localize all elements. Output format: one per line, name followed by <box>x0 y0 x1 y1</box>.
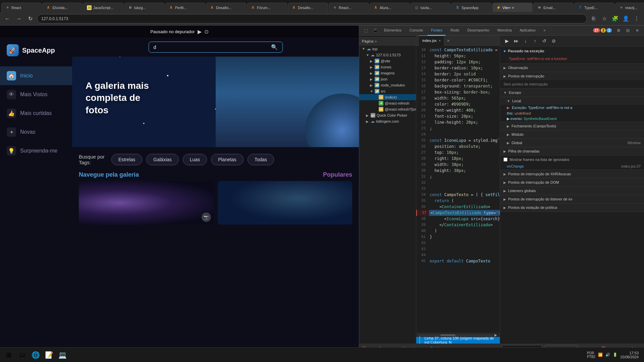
browser-tab-desafio2[interactable]: ADesafio... <box>288 3 328 12</box>
devtools-tab-elementos[interactable]: Elementos <box>381 25 405 36</box>
address-bar[interactable]: 127.0.0.1:5173 <box>37 14 587 23</box>
violation-header[interactable]: ▶ Pontos da violação de política <box>500 203 644 212</box>
forward-button[interactable]: → <box>14 14 23 23</box>
browser-tab-perfil[interactable]: APerfil... <box>165 3 205 12</box>
filetree-quick-color[interactable]: ▶ QC Quick Color Picker <box>359 112 416 118</box>
dom-header[interactable]: ▶ Pontos de interrupção de DOM <box>500 178 644 186</box>
filetree-vite[interactable]: ▶ 📁 @vite <box>359 58 416 64</box>
filetree-src[interactable]: ▼ 📁 src <box>359 88 416 94</box>
pause-play-btn[interactable]: ▶ <box>198 28 202 35</box>
screenshot-btn[interactable]: ⎘ <box>589 14 598 23</box>
dbg-stepinto-btn[interactable]: ↓ <box>522 37 530 45</box>
reload-button[interactable]: ↻ <box>25 14 35 23</box>
devtools-tab-fontes[interactable]: Fontes <box>428 25 446 36</box>
taskbar-terminal-btn[interactable]: 💻 <box>56 349 68 361</box>
taskbar-windows-btn[interactable]: ⊞ <box>3 349 15 361</box>
tag-todas[interactable]: Todas <box>248 154 274 165</box>
gallery-image-1[interactable]: 📷 <box>79 181 214 225</box>
devtools-tab-console[interactable]: Console <box>406 25 426 36</box>
show-frames-checkbox[interactable] <box>503 158 507 162</box>
browser-tab-react2[interactable]: ⚛React... <box>329 3 369 12</box>
observacao-header[interactable]: ▶ Observação <box>500 64 644 72</box>
callstack-header[interactable]: ▶ Pilha de chamadas <box>500 147 644 155</box>
taskbar-vscode-btn[interactable]: 📝 <box>43 349 55 361</box>
devtools-device-btn[interactable]: 📱 <box>371 26 379 35</box>
scope-header[interactable]: ▼ Escopo <box>500 88 644 97</box>
browser-tab-desafio1[interactable]: ADesafio... <box>206 3 246 12</box>
code-line-37: 37 <CampoTextoEstilizado type='text' <box>416 210 500 216</box>
dbg-stepover-btn[interactable]: ⏭ <box>512 37 520 45</box>
sidebar-item-novas[interactable]: ✦ Novas <box>0 123 72 141</box>
tag-planetas[interactable]: Planetas <box>211 154 243 165</box>
tag-galaxias[interactable]: Galáxias <box>146 154 178 165</box>
code-tab-close[interactable]: × <box>439 39 441 43</box>
sidebar-item-surpreenda[interactable]: 💡 Surpreenda-me <box>0 141 72 160</box>
dbg-restart-btn[interactable]: ↺ <box>540 37 548 45</box>
local-scope-header[interactable]: ▼ Local <box>500 97 644 105</box>
devtools-inspect-btn[interactable]: ⬚ <box>362 26 370 35</box>
devtools-tab-rede[interactable]: Rede <box>447 25 463 36</box>
dbg-resume-btn[interactable]: ▶ <box>503 37 511 45</box>
browser-tab-forum[interactable]: AFórum... <box>247 3 287 12</box>
filetree-react-refresh-sm[interactable]: JS @react-refresh?[sm] <box>359 106 416 112</box>
modulo-header[interactable]: ▶ Módulo <box>500 130 644 138</box>
devtools-tab-memoria[interactable]: Memória <box>494 25 515 36</box>
browser-tab-typee[interactable]: TTypeE... <box>574 3 614 12</box>
tag-luas[interactable]: Luas <box>183 154 207 165</box>
browser-tab-js[interactable]: JSJavaScript... <box>83 3 123 12</box>
profile-btn[interactable]: 👤 <box>621 14 631 23</box>
gallery-image-2[interactable] <box>218 181 353 225</box>
search-input[interactable] <box>154 45 268 50</box>
code-tab-index[interactable]: index.jsx × <box>419 36 444 46</box>
filetree-root[interactable]: ▼ ☁ top <box>359 46 416 52</box>
devtools-tab-desempenho[interactable]: Desempenho <box>464 25 492 36</box>
devtools-tab-aplicativo[interactable]: Aplicativo <box>517 25 539 36</box>
line-content-30: height: 38px; <box>428 168 500 174</box>
browser-tab-lukzg[interactable]: ⚙lukzg... <box>124 3 164 12</box>
scrollbar-track[interactable] <box>418 334 493 336</box>
sidebar-item-inicio[interactable]: 🏠 Inicio <box>0 66 72 85</box>
browser-tab-react[interactable]: ⚛React <box>1 3 42 12</box>
browser-tab-spaceapp[interactable]: SSpaceApp <box>451 3 492 12</box>
pause-extra-btn[interactable]: ⊙ <box>204 28 209 35</box>
event-listener-header[interactable]: ▶ Pontos de interrupção do listener de e… <box>500 195 644 203</box>
scrollbar-thumb[interactable] <box>440 334 455 336</box>
sidebar-item-mais-vistos[interactable]: 👁 Mais Vistos <box>0 85 72 104</box>
dbg-deactivate-btn[interactable]: ⊘ <box>550 37 558 45</box>
extensions-btn[interactable]: 🧩 <box>610 14 620 23</box>
search-button[interactable]: 🔍 <box>271 44 278 50</box>
devtools-tab-more[interactable]: » <box>540 25 549 36</box>
filetree-react-refresh[interactable]: ⚛ @react-refresh <box>359 100 416 106</box>
settings-btn[interactable]: ⋮ <box>632 14 641 23</box>
filetree-indice[interactable]: JS (indice) <box>359 94 416 100</box>
filetree-localhost[interactable]: ▼ ☁ 127.0.0.1:5173 <box>359 52 416 58</box>
devtools-close-btn[interactable]: ✕ <box>633 26 641 35</box>
filetree-lottingem[interactable]: ▶ ☁ lottingem.com <box>359 118 416 124</box>
filetree-imagens[interactable]: ▶ 📁 imagens <box>359 70 416 76</box>
browser-tab-alura[interactable]: AAlura... <box>370 3 410 12</box>
back-button[interactable]: ← <box>3 14 12 23</box>
browser-tab-luizla[interactable]: ◻luizla... <box>411 3 451 12</box>
browser-tab-reactj[interactable]: ⚛reactj... <box>615 3 644 12</box>
code-tab-more[interactable]: » <box>447 38 449 43</box>
devtools-settings-btn[interactable]: ⚙ <box>614 26 623 35</box>
closure-header[interactable]: ▶ Fechamento (CampoTexto) <box>500 122 644 130</box>
xhr-header[interactable]: ▶ Pontos de interrupção de XHR/buscas <box>500 170 644 178</box>
dbg-stepout-btn[interactable]: ↑ <box>531 37 539 45</box>
tag-estrelas[interactable]: Estrelas <box>111 154 143 165</box>
browser-tab-vite[interactable]: ⚡Vite+ × <box>492 3 533 12</box>
listeners-header[interactable]: ▶ Listeners globais <box>500 187 644 195</box>
taskbar-chrome-btn[interactable]: 🌐 <box>30 349 42 361</box>
filetree-icones[interactable]: ▶ 📁 icones <box>359 64 416 70</box>
taskbar-files-btn[interactable]: 🗂 <box>16 349 28 361</box>
filetree-node-modules[interactable]: ▶ 📁 node_modules <box>359 82 416 88</box>
bookmark-btn[interactable]: ☆ <box>600 14 609 23</box>
browser-tab-iduvida[interactable]: AiDúvida... <box>42 3 83 12</box>
devtools-dock-btn[interactable]: ⊟ <box>624 26 632 35</box>
filetree-more-btn[interactable]: » <box>375 39 377 43</box>
browser-tab-email[interactable]: ✉Email... <box>533 3 574 12</box>
sidebar-item-mais-curtidas[interactable]: 👍 Mais curtidas <box>0 104 72 123</box>
global-header[interactable]: ▶ Global Window <box>500 139 644 147</box>
breakpoints-header[interactable]: ▶ Pontos de interrupção <box>500 72 644 80</box>
filetree-json[interactable]: ▶ 📁 json <box>359 76 416 82</box>
